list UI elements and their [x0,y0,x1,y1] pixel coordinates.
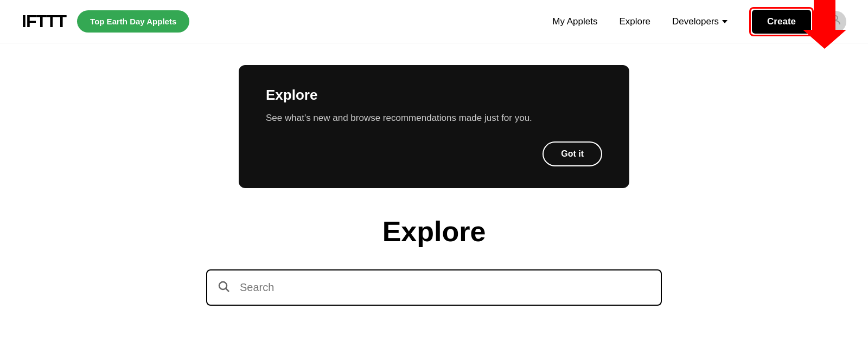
search-container [206,269,662,306]
search-input[interactable] [206,269,662,306]
header-right: Create [749,7,846,36]
header-nav: My Applets Explore Developers Create [552,7,846,36]
avatar[interactable] [825,11,846,33]
explore-link[interactable]: Explore [619,16,650,27]
main-content: Explore See what's new and browse recomm… [0,43,868,306]
create-button-wrapper: Create [749,7,814,36]
chevron-down-icon [722,20,727,23]
user-icon [829,14,842,29]
info-card-description: See what's new and browse recommendation… [266,111,602,125]
earth-day-button[interactable]: Top Earth Day Applets [77,10,189,33]
create-button[interactable]: Create [752,10,811,34]
got-it-button[interactable]: Got it [542,141,602,166]
developers-dropdown-button[interactable]: Developers [672,16,727,27]
info-card: Explore See what's new and browse recomm… [239,65,629,188]
info-card-footer: Got it [266,141,602,166]
header: IFTTT Top Earth Day Applets My Applets E… [0,0,868,43]
my-applets-link[interactable]: My Applets [552,16,597,27]
logo[interactable]: IFTTT [22,11,66,31]
header-left: IFTTT Top Earth Day Applets [22,10,189,33]
info-card-title: Explore [266,87,602,104]
developers-label: Developers [672,16,719,27]
svg-point-2 [833,16,838,20]
page-title: Explore [382,215,486,248]
